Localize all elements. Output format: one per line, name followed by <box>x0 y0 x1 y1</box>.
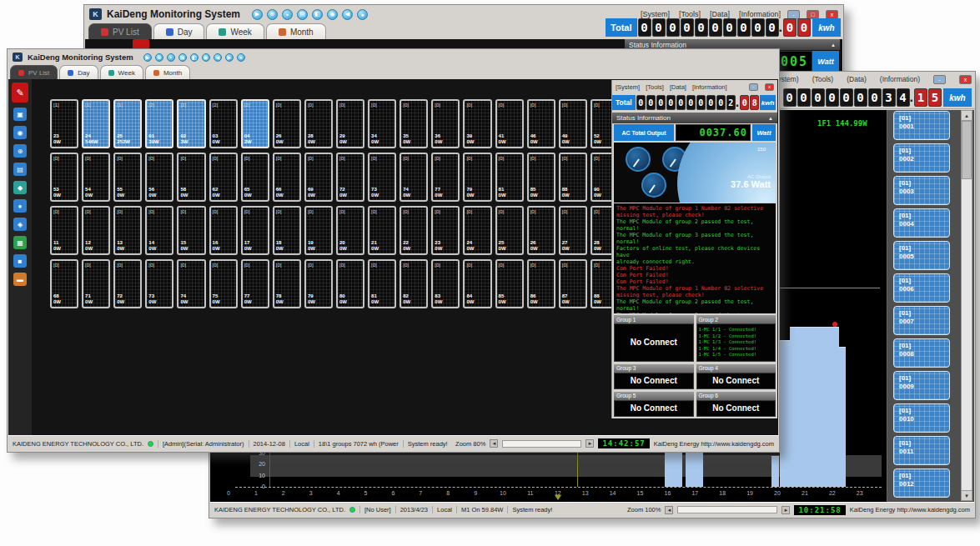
pv-panel-cell[interactable]: [0] 26 0W <box>527 206 555 255</box>
titlebar[interactable]: K KaiDeng Monitoring System ▶⊕▪▤◧◉◀▶● <box>8 49 779 65</box>
pv-panel-cell[interactable]: [0] 71 0W <box>82 259 110 308</box>
zoom-in-button[interactable]: ► <box>781 506 790 514</box>
inverter-card[interactable]: [01] 0007 <box>893 306 950 335</box>
group-box[interactable]: Group 5 No Connect <box>614 392 694 417</box>
pv-panel-cell[interactable]: [0] 34 0W <box>368 99 396 148</box>
pv-panel-cell[interactable]: [2] 03 0W <box>209 99 238 148</box>
tab[interactable]: PV List <box>10 65 58 79</box>
tab[interactable]: Week <box>206 23 264 39</box>
pv-panel-cell[interactable]: [0] 23 0W <box>431 206 460 255</box>
pv-panel-cell[interactable]: [0] 12 0W <box>82 206 110 255</box>
group-box[interactable]: Group 4 No Connect <box>696 364 776 389</box>
play-icon[interactable]: ▶ <box>143 53 152 62</box>
tab[interactable]: PV List <box>88 23 152 39</box>
menu-item[interactable]: (Tools) <box>812 75 834 83</box>
settings-icon[interactable]: ⊕ <box>267 9 278 20</box>
group-box[interactable]: Group 6 No Connect <box>696 392 776 417</box>
pv-panel-cell[interactable]: [0] 55 0W <box>113 153 142 202</box>
inverter-card[interactable]: [01] 0008 <box>893 338 950 368</box>
pv-panel-cell[interactable]: [0] 46 0W <box>527 99 555 148</box>
pv-panel-cell[interactable]: [0] 78 0W <box>273 259 301 308</box>
save-icon[interactable]: ■ <box>13 254 27 268</box>
pv-panel-cell[interactable]: [0] 20 0W <box>336 206 364 255</box>
pv-panel-cell[interactable]: [0] 77 0W <box>241 259 269 308</box>
back-icon[interactable]: ◀ <box>342 9 353 20</box>
chart-icon[interactable]: ▦ <box>13 236 27 249</box>
pv-panel-cell[interactable]: [0] 16 0W <box>209 206 238 255</box>
pv-panel-cell[interactable]: [0] 79 0W <box>304 259 333 308</box>
book-icon[interactable]: ▤ <box>297 9 308 20</box>
sidebar-scrollbar[interactable]: ▲ ▼ <box>961 110 972 501</box>
report-icon[interactable]: ▤ <box>13 163 27 176</box>
collapse-icon[interactable]: ▲ <box>831 43 836 48</box>
pv-panel-cell[interactable]: [0] 35 0W <box>400 99 428 148</box>
menu-item[interactable]: [System] <box>616 83 640 91</box>
pv-panel-cell[interactable]: [0] 56 0W <box>145 153 173 202</box>
close-button[interactable]: x <box>959 75 972 84</box>
pv-panel-cell[interactable]: [0] 74 0W <box>400 153 428 202</box>
pv-panel-cell[interactable]: [0] 72 0W <box>113 259 142 308</box>
inverter-card[interactable]: [01] 0009 <box>893 371 950 400</box>
lock-icon[interactable]: ▪ <box>167 53 175 62</box>
globe-icon[interactable]: ● <box>357 9 368 20</box>
brand-link[interactable]: KaiDeng Energy http://www.kaidengdg.com <box>654 440 774 448</box>
inverter-card[interactable]: [01] 0005 <box>893 241 950 270</box>
pv-panel-cell[interactable]: [0] 58 0W <box>177 153 205 202</box>
pv-panel-cell[interactable]: [0] 29 0W <box>336 99 364 148</box>
pv-panel-cell[interactable]: [0] 73 0W <box>145 259 173 308</box>
status-information-header[interactable]: Status Information ▲ <box>612 113 777 123</box>
pv-panel-cell[interactable]: [0] 84 0W <box>463 259 491 308</box>
menu-item[interactable]: (Data) <box>847 75 867 83</box>
pv-panel-cell[interactable]: [0] 15 0W <box>177 206 205 255</box>
pv-panel-cell[interactable]: [0] 85 0W <box>527 153 555 202</box>
menu-item[interactable]: [Data] <box>670 83 686 91</box>
close-button[interactable]: x <box>765 83 774 91</box>
pv-panel-cell[interactable]: [0] 79 0W <box>463 153 491 202</box>
brand-link[interactable]: KaiDeng Energy http://www.kaidengdg.com <box>850 506 970 513</box>
pv-panel-cell[interactable]: [0] 18 0W <box>273 206 301 255</box>
print-icon[interactable]: ▬ <box>13 273 27 286</box>
pv-panel-cell[interactable]: [0] 74 0W <box>177 259 205 308</box>
scroll-down-icon[interactable]: ▼ <box>961 490 972 501</box>
pv-panel-cell[interactable]: [0] 87 0W <box>559 259 587 308</box>
pv-panel-cell[interactable]: [0] 62 0W <box>209 153 238 202</box>
group-box[interactable]: Group 2 1-MC 1/1 - Connected! 1-MC 1/2 -… <box>696 315 776 362</box>
inverter-card[interactable]: [01] 0010 <box>893 403 950 433</box>
pv-panel-cell[interactable]: [0] 39 0W <box>463 99 491 148</box>
group-box[interactable]: Group 3 No Connect <box>614 364 694 389</box>
book-icon[interactable]: ▤ <box>178 53 187 62</box>
pv-panel-cell[interactable]: [1] 24 546W <box>82 99 110 148</box>
pv-panel-cell[interactable]: [2] 02 3W <box>177 99 205 148</box>
inverter-card[interactable]: [01] 0004 <box>893 208 950 238</box>
globe-icon[interactable]: ● <box>237 53 245 62</box>
menu-item[interactable]: [Information] <box>692 83 727 91</box>
minimize-button[interactable]: - <box>933 75 946 84</box>
zoom-in-button[interactable]: ► <box>585 439 594 448</box>
bulb-icon[interactable]: ◉ <box>202 53 210 62</box>
network-icon[interactable]: ◈ <box>13 218 27 231</box>
pv-panel-cell[interactable]: [0] 17 0W <box>241 206 269 255</box>
scrollbar-thumb[interactable] <box>962 121 972 179</box>
shield-icon[interactable]: ◆ <box>13 181 27 194</box>
pv-panel-cell[interactable]: [0] 25 0W <box>495 206 524 255</box>
pv-panel-cell[interactable]: [0] 24 0W <box>463 206 491 255</box>
bulb-icon[interactable]: ◉ <box>327 9 338 20</box>
inverter-card[interactable]: [01] 0003 <box>893 176 950 205</box>
zoom-slider[interactable] <box>502 440 581 448</box>
play-icon[interactable]: ▶ <box>252 9 263 20</box>
tab[interactable]: Month <box>145 65 190 79</box>
browser-icon[interactable]: ◧ <box>312 9 323 20</box>
group-box[interactable]: Group 1 No Connect <box>614 315 694 362</box>
tab[interactable]: Day <box>59 65 98 79</box>
pv-panel-cell[interactable]: [0] 36 0W <box>431 99 460 148</box>
tab[interactable]: Day <box>153 23 205 39</box>
pv-panel-cell[interactable]: [0] 72 0W <box>336 153 364 202</box>
zoom-slider[interactable] <box>677 506 777 513</box>
pv-panel-cell[interactable]: [0] 80 0W <box>336 259 364 308</box>
pv-panel-cell[interactable]: [2] 01 39W <box>145 99 173 148</box>
pv-panel-cell[interactable]: [0] 53 0W <box>50 153 78 202</box>
pv-panel-cell[interactable]: [0] 73 0W <box>368 153 396 202</box>
zoom-out-button[interactable]: ◄ <box>665 506 673 514</box>
pv-panel-cell[interactable]: [0] 28 0W <box>304 99 333 148</box>
pv-panel-cell[interactable]: [0] 19 0W <box>304 206 333 255</box>
